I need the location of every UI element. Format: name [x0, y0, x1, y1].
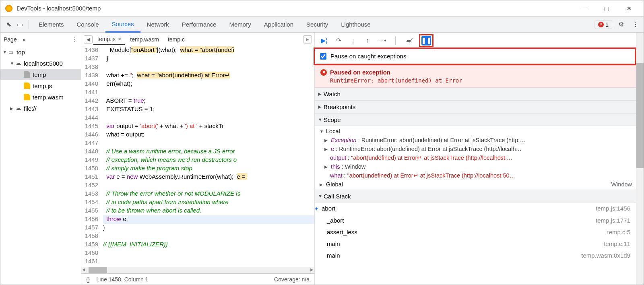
pretty-print-icon[interactable]: {} [86, 276, 90, 283]
scope-local[interactable]: ▼Local [315, 127, 636, 136]
scope-section[interactable]: ▼Scope [315, 113, 636, 126]
callstack-section[interactable]: ▼Call Stack [315, 190, 636, 202]
devtools-app-icon [5, 5, 12, 12]
tree-top[interactable]: ▼top [0, 46, 81, 58]
step-out-button[interactable]: ↑ [363, 36, 372, 45]
navigator-more-tabs-icon[interactable]: » [23, 36, 26, 43]
scope-var-e[interactable]: ▶e: RuntimeError: abort(undefined) at Er… [315, 145, 636, 153]
scope-var-output[interactable]: output: "abort(undefined) at Error↵ at j… [315, 153, 636, 162]
editor-tab-tempc[interactable]: temp.c [164, 34, 189, 45]
scope-var-exception[interactable]: ▶Exception: RuntimeError: abort(undefine… [315, 136, 636, 145]
editor-nav-back-icon[interactable]: ◀ [84, 35, 93, 43]
tab-elements[interactable]: Elements [32, 17, 70, 33]
inspect-element-icon[interactable]: ⬉ [3, 19, 14, 30]
tree-file-scheme[interactable]: ▶file:// [0, 103, 81, 114]
scope-var-what[interactable]: what: "abort(undefined) at Error↵ at jsS… [315, 171, 636, 180]
script-icon [24, 83, 30, 89]
pause-on-exceptions-button[interactable]: ❚❚ [421, 36, 431, 45]
code-editor[interactable]: 1436 Module["onAbort"](what); what = "ab… [81, 46, 314, 267]
resume-button[interactable]: ▶¦ [320, 36, 328, 45]
pause-on-caught-label: Pause on caught exceptions [330, 53, 406, 60]
settings-gear-icon[interactable]: ⚙ [615, 19, 627, 30]
step-over-button[interactable]: ↷ [334, 36, 343, 45]
tab-network[interactable]: Network [140, 17, 175, 33]
callstack-frame-0[interactable]: aborttemp.js:1456 [315, 202, 636, 215]
dbg-divider [395, 36, 396, 45]
error-count-badge[interactable]: ✕ 1 [594, 20, 612, 29]
editor-run-snippet-icon[interactable]: ▶ [303, 35, 312, 43]
step-button[interactable]: →• [378, 36, 386, 45]
deactivate-breakpoints-button[interactable]: ▰⁄ [405, 36, 413, 45]
cloud-icon [15, 105, 21, 112]
scope-var-this[interactable]: ▶this: Window [315, 162, 636, 171]
window-title: DevTools - localhost:5000/temp [17, 5, 578, 12]
tab-performance[interactable]: Performance [175, 17, 223, 33]
more-menu-icon[interactable]: ⋮ [630, 19, 641, 30]
tab-lighthouse[interactable]: Lighthouse [334, 17, 377, 33]
watch-section[interactable]: ▶Watch [315, 87, 636, 100]
tree-file-tempwasm[interactable]: temp.wasm [0, 91, 81, 103]
exception-message: RuntimeError: abort(undefined) at Error [320, 77, 630, 84]
editor-tab-tempjs[interactable]: temp.js× [93, 34, 125, 45]
close-tab-icon[interactable]: × [118, 36, 121, 42]
window-close-button[interactable]: ✕ [623, 3, 636, 14]
toolbar-divider [29, 20, 29, 29]
error-icon: ✕ [598, 22, 604, 27]
debugger-vertical-scrollbar[interactable] [636, 33, 644, 285]
navigator-menu-icon[interactable]: ⋮ [72, 36, 78, 43]
tree-file-tempjs[interactable]: temp.js [0, 80, 81, 91]
window-minimize-button[interactable]: — [578, 3, 590, 14]
tab-security[interactable]: Security [300, 17, 334, 33]
exception-title: Paused on exception [330, 69, 390, 76]
callstack-frame-3[interactable]: maintemp.c:11 [315, 238, 636, 250]
exception-icon: ✕ [320, 69, 327, 76]
tree-file-temp[interactable]: temp [0, 69, 81, 80]
scope-global[interactable]: ▶GlobalWindow [315, 180, 636, 189]
tab-console[interactable]: Console [70, 17, 105, 33]
editor-horizontal-scrollbar[interactable]: ◀▶ [81, 267, 314, 273]
callstack-frame-1[interactable]: _aborttemp.js:1771 [315, 215, 636, 226]
tree-host[interactable]: ▼localhost:5000 [0, 58, 81, 69]
error-count: 1 [605, 21, 609, 28]
document-icon [24, 71, 30, 78]
device-toolbar-icon[interactable]: ▭ [14, 19, 25, 30]
script-icon [24, 94, 30, 100]
tab-sources[interactable]: Sources [105, 17, 140, 33]
editor-tab-tempwasm[interactable]: temp.wasm [126, 34, 163, 45]
frame-icon [8, 49, 14, 55]
window-maximize-button[interactable]: ▢ [600, 3, 613, 14]
pause-on-caught-checkbox[interactable] [320, 53, 326, 60]
navigator-page-tab[interactable]: Page [4, 36, 17, 43]
tab-memory[interactable]: Memory [223, 17, 258, 33]
pause-exceptions-highlight: ❚❚ [419, 34, 433, 47]
callstack-frame-2[interactable]: assert_lesstemp.c:5 [315, 226, 636, 238]
coverage-status: Coverage: n/a [274, 276, 310, 283]
step-into-button[interactable]: ↓ [349, 36, 357, 45]
cursor-position: Line 1458, Column 1 [96, 276, 148, 283]
cloud-icon [15, 60, 21, 66]
tab-application[interactable]: Application [258, 17, 300, 33]
breakpoints-section[interactable]: ▶Breakpoints [315, 100, 636, 113]
callstack-frame-4[interactable]: maintemp.wasm:0x1d9 [315, 250, 636, 261]
